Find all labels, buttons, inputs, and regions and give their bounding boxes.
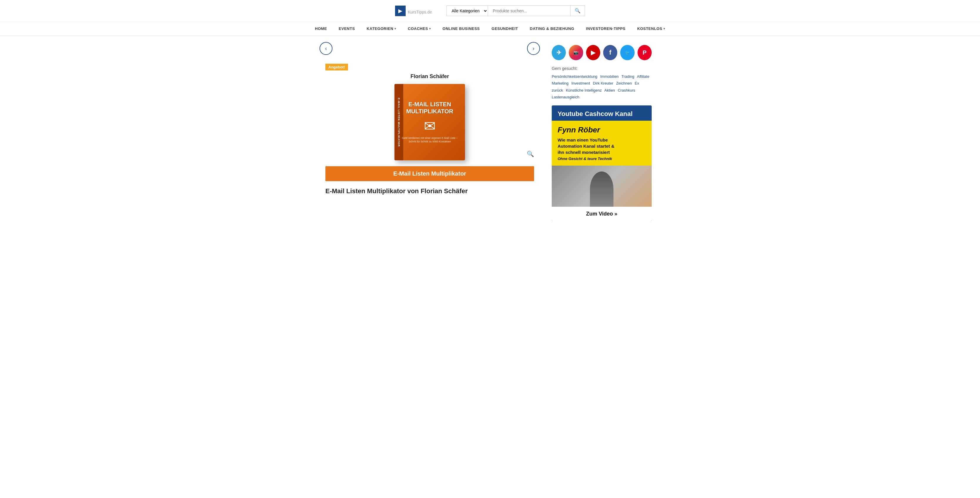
product-box[interactable]: E-MAIL LISTEN MULTIPLIKATOR E-MAIL LISTE… bbox=[395, 84, 465, 160]
logo-icon: ▶ bbox=[395, 6, 406, 16]
product-area: ‹ › Angebot! Florian Schäfer E-MAIL LIST… bbox=[320, 42, 540, 221]
zoom-icon[interactable]: 🔍 bbox=[527, 150, 534, 157]
sidebar: ✈ 📷 ▶ f 🐦 P Gern gesucht: Persönlichkeit… bbox=[552, 42, 652, 221]
product-title-banner: E-Mail Listen Multiplikator bbox=[325, 166, 534, 181]
ad-banner[interactable]: Youtube Cashcow Kanal Fynn Röber Wie man… bbox=[552, 105, 652, 221]
nav-item-gesundheit[interactable]: GESUNDHEIT bbox=[485, 22, 524, 35]
ad-banner-header: Youtube Cashcow Kanal bbox=[552, 105, 652, 121]
next-button[interactable]: › bbox=[527, 42, 540, 55]
chevron-down-icon: ▾ bbox=[663, 27, 665, 30]
nav-item-coaches[interactable]: COACHES ▾ bbox=[402, 22, 437, 35]
person-silhouette bbox=[590, 171, 614, 207]
gern-gesucht-links: Persönlichkeitsentwicklung Immobilien Tr… bbox=[552, 73, 652, 101]
pinterest-icon[interactable]: P bbox=[638, 45, 652, 60]
logo[interactable]: ▶ KursTipps.de bbox=[395, 6, 432, 16]
instagram-icon[interactable]: 📷 bbox=[569, 45, 583, 60]
search-button[interactable]: 🔍 bbox=[570, 6, 585, 16]
category-select[interactable]: Alle Kategorien bbox=[447, 6, 488, 16]
search-area: Alle Kategorien 🔍 bbox=[447, 5, 585, 16]
nav-item-online-business[interactable]: ONLINE BUSINESS bbox=[437, 22, 486, 35]
link-immobilien[interactable]: Immobilien bbox=[600, 74, 619, 79]
nav-item-home[interactable]: HOME bbox=[309, 22, 333, 35]
product-image-area: E-MAIL LISTEN MULTIPLIKATOR E-MAIL LISTE… bbox=[325, 84, 534, 160]
facebook-icon[interactable]: f bbox=[603, 45, 617, 60]
logo-text: KursTipps.de bbox=[408, 6, 432, 16]
main-content: ‹ › Angebot! Florian Schäfer E-MAIL LIST… bbox=[313, 36, 667, 227]
ad-banner-yellow: Fynn Röber Wie man einen YouTube Automat… bbox=[552, 121, 652, 166]
ad-banner-desc: Wie man einen YouTube Automation Kanal s… bbox=[558, 137, 646, 155]
product-card: Angebot! Florian Schäfer E-MAIL LISTEN M… bbox=[320, 58, 540, 201]
slider-nav: ‹ › bbox=[320, 42, 540, 55]
ad-banner-image bbox=[552, 166, 652, 207]
link-lastenausgleich[interactable]: Lastenausgleich bbox=[552, 95, 579, 99]
main-nav: HOME EVENTS KATEGORIEN ▾ COACHES ▾ ONLIN… bbox=[0, 22, 980, 36]
link-affiliate[interactable]: Affiliate bbox=[637, 74, 649, 79]
angebot-badge: Angebot! bbox=[325, 64, 348, 70]
link-marketing[interactable]: Marketing bbox=[552, 81, 568, 86]
link-ki[interactable]: Künstliche Intelligenz bbox=[566, 88, 602, 92]
chevron-down-icon: ▾ bbox=[395, 27, 396, 30]
link-zeichnen[interactable]: Zeichnen bbox=[616, 81, 632, 86]
product-author: Florian Schäfer bbox=[325, 73, 534, 79]
link-aktien[interactable]: Aktien bbox=[605, 88, 615, 92]
twitter-icon[interactable]: 🐦 bbox=[620, 45, 634, 60]
ad-banner-cta-button[interactable]: Zum Video » bbox=[552, 207, 652, 221]
nav-item-kategorien[interactable]: KATEGORIEN ▾ bbox=[361, 22, 402, 35]
ad-banner-name: Fynn Röber bbox=[558, 125, 646, 135]
youtube-icon[interactable]: ▶ bbox=[586, 45, 600, 60]
search-input[interactable] bbox=[488, 6, 570, 16]
email-icon: ✉ bbox=[424, 118, 436, 134]
telegram-icon[interactable]: ✈ bbox=[552, 45, 566, 60]
link-investment[interactable]: Investment bbox=[571, 81, 590, 86]
nav-item-dating[interactable]: DATING & BEZIEHUNG bbox=[524, 22, 580, 35]
link-dirk-kreuter[interactable]: Dirk Kreuter bbox=[593, 81, 613, 86]
prev-button[interactable]: ‹ bbox=[320, 42, 332, 55]
nav-item-kostenlos[interactable]: KOSTENLOS ▾ bbox=[632, 22, 671, 35]
social-icons-area: ✈ 📷 ▶ f 🐦 P bbox=[552, 42, 652, 60]
link-persoenlichkeit[interactable]: Persönlichkeitsentwicklung bbox=[552, 74, 597, 79]
ad-banner-sub: Ohne Gesicht & teure Technik bbox=[558, 157, 646, 161]
link-trading[interactable]: Trading bbox=[621, 74, 634, 79]
chevron-down-icon: ▾ bbox=[429, 27, 431, 30]
product-box-spine: E-MAIL LISTEN MULTIPLIKATOR bbox=[395, 84, 403, 160]
product-box-title: E-MAIL LISTENMULTIPLIKATOR bbox=[406, 101, 453, 115]
page-header: ▶ KursTipps.de Alle Kategorien 🔍 bbox=[0, 0, 980, 22]
product-box-subtitle: Geld verdienen mit einer eigenen E-Mail … bbox=[400, 136, 459, 143]
nav-item-events[interactable]: EVENTS bbox=[333, 22, 361, 35]
product-description: E-Mail Listen Multiplikator von Florian … bbox=[325, 187, 534, 195]
nav-item-investoren[interactable]: INVESTOREN-TIPPS bbox=[580, 22, 632, 35]
gern-gesucht-title: Gern gesucht: bbox=[552, 66, 652, 71]
gern-gesucht-section: Gern gesucht: Persönlichkeitsentwicklung… bbox=[552, 66, 652, 101]
link-crashkurs[interactable]: Crashkurs bbox=[618, 88, 635, 92]
nav-list: HOME EVENTS KATEGORIEN ▾ COACHES ▾ ONLIN… bbox=[309, 22, 671, 35]
